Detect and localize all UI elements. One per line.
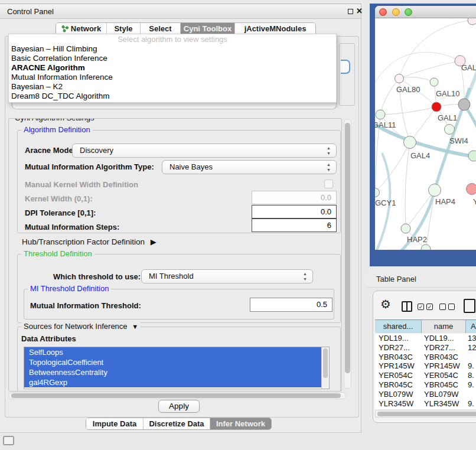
table-row[interactable]: YPR145WYPR145W9.	[375, 361, 476, 371]
float-panel-icon[interactable]	[348, 9, 353, 14]
list-scrollbar[interactable]	[321, 347, 329, 389]
node-hap4[interactable]	[429, 184, 441, 197]
table-row[interactable]: YBR045CYBR045C9.	[375, 380, 476, 390]
table-row[interactable]: YBL079WYBL079W	[375, 390, 476, 399]
scrollbar-thumb[interactable]	[345, 123, 350, 373]
mi-threshold-label: Mutual Information Threshold:	[30, 301, 141, 310]
window-minimize-icon[interactable]	[392, 8, 400, 16]
dpi-tolerance-field[interactable]: 0.0	[252, 205, 337, 219]
panel-dock-icon[interactable]	[3, 436, 14, 445]
data-attributes-list[interactable]: SelfLoops TopologicalCoefficient Between…	[24, 347, 330, 389]
cell: YBR045C	[375, 380, 422, 390]
which-threshold-combo[interactable]: MI Threshold ▲▼	[141, 269, 313, 283]
kernel-width-field[interactable]: 0.0	[252, 191, 337, 204]
table-row[interactable]: YIL053CYIL053C0.	[375, 408, 476, 409]
node-gal11[interactable]	[376, 110, 385, 119]
node-label: GAL4	[410, 151, 430, 160]
checked-box-icon[interactable]: ✓	[418, 304, 424, 310]
node-hap2[interactable]	[401, 224, 410, 233]
cell: YER054C	[422, 371, 466, 380]
window-zoom-icon[interactable]	[405, 8, 412, 16]
table-row[interactable]: YLR345WYLR345W9.	[375, 399, 476, 409]
tab-style[interactable]: Style	[107, 23, 141, 35]
unchecked-box-icon[interactable]	[439, 304, 446, 310]
network-edge[interactable]	[405, 142, 410, 229]
network-edge[interactable]	[410, 107, 436, 142]
mi-type-combo[interactable]: Naive Bayes ▲▼	[162, 160, 337, 174]
network-edge[interactable]	[399, 61, 460, 79]
network-edge[interactable]	[380, 79, 399, 115]
scrollbar-thumb[interactable]	[323, 348, 328, 378]
column-header-name[interactable]: name	[422, 320, 466, 333]
table-row[interactable]: YBR043CYBR043C	[375, 353, 476, 362]
node-gal80[interactable]	[395, 74, 404, 83]
settings-vertical-scrollbar[interactable]	[344, 119, 351, 389]
settings-horizontal-scrollbar[interactable]	[8, 392, 346, 399]
tab-infer-network-label: Infer Network	[216, 419, 265, 428]
node-gal1-red[interactable]	[432, 102, 441, 112]
tab-network-label: Network	[71, 24, 101, 33]
network-edge[interactable]	[375, 142, 410, 193]
network-edge[interactable]	[399, 77, 434, 82]
list-item-selected[interactable]: SelfLoops	[24, 347, 321, 357]
tab-cyni-toolbox[interactable]: Cyni Toolbox	[181, 23, 235, 35]
tab-network[interactable]: Network	[56, 23, 107, 35]
node-gal10[interactable]	[430, 78, 438, 86]
network-canvas[interactable]: GAL GAL80 GAL10 GAL1 GAL11 SWI4 GAL4 GCY…	[375, 18, 476, 250]
node[interactable]	[468, 18, 476, 25]
tab-select[interactable]: Select	[141, 23, 181, 35]
manual-kernel-checkbox[interactable]	[324, 180, 333, 188]
checked-box-icon[interactable]: ✓	[426, 304, 433, 310]
network-edge[interactable]	[457, 242, 476, 250]
list-item-selected[interactable]: TopologicalCoefficient	[24, 357, 321, 367]
dropdown-item[interactable]: Dream8 DC_TDC Algorithm	[9, 92, 336, 101]
unchecked-box-icon[interactable]	[448, 304, 455, 310]
node-gcy1[interactable]	[375, 188, 380, 197]
close-icon[interactable]: ✕	[356, 6, 363, 15]
network-edge[interactable]	[380, 107, 436, 115]
aracne-mode-combo[interactable]: Discovery ▲▼	[72, 144, 337, 158]
table-row[interactable]: YER054CYER054C8.	[375, 371, 476, 380]
dropdown-item[interactable]: Bayesian – Hill Climbing	[9, 44, 336, 54]
apply-button[interactable]: Apply	[158, 400, 200, 413]
hub-definition-toggle[interactable]: Hub/Transcription Factor Definition ▶	[22, 237, 157, 246]
scrollbar-thumb[interactable]	[11, 393, 341, 398]
cell: 13	[466, 334, 476, 343]
mi-steps-field[interactable]: 6	[252, 219, 337, 232]
tab-impute-data[interactable]: Impute Data	[86, 418, 144, 429]
cell: YBL079W	[375, 390, 422, 399]
network-window-titlebar[interactable]	[375, 6, 476, 18]
document-icon[interactable]	[464, 299, 475, 313]
tab-jactivemnodules-label: jActiveMNodules	[244, 24, 307, 33]
node[interactable]	[421, 244, 431, 250]
table-row[interactable]: YDL19...YDL19...13	[375, 334, 476, 343]
table-horizontal-scrollbar[interactable]	[375, 410, 476, 418]
window-close-icon[interactable]	[379, 8, 387, 16]
mi-threshold-field[interactable]: 0.5	[250, 298, 332, 312]
dropdown-item[interactable]: Basic Correlation Inference	[9, 54, 336, 63]
column-header-partial[interactable]: A	[466, 320, 476, 333]
sources-group-title[interactable]: Sources for Network Inference ▼	[21, 322, 141, 331]
network-edge[interactable]	[375, 52, 460, 89]
tab-infer-network[interactable]: Infer Network	[210, 418, 271, 429]
dropdown-item-highlighted[interactable]: ARACNE Algorithm	[9, 63, 336, 73]
dropdown-item[interactable]: Bayesian – K2	[9, 82, 336, 92]
node-swi4[interactable]	[445, 125, 455, 135]
table-body: YDL19...YDL19...13 YDR27...YDR27...12 YB…	[375, 334, 476, 409]
list-item-selected[interactable]: gal4RGexp	[24, 377, 321, 387]
list-item-selected[interactable]: BetweennessCentrality	[24, 367, 321, 377]
network-edge[interactable]	[426, 190, 435, 249]
node-salmon[interactable]	[467, 184, 476, 195]
tab-jactivemnodules[interactable]: jActiveMNodules	[235, 23, 315, 35]
column-header-shared-name[interactable]: shared...	[375, 320, 422, 333]
node-gal4[interactable]	[404, 136, 416, 149]
node-gray[interactable]	[458, 99, 470, 110]
table-row[interactable]: YDR27...YDR27...12	[375, 343, 476, 353]
tab-discretize-data[interactable]: Discretize Data	[144, 418, 210, 429]
dropdown-item[interactable]: Mutual Information Inference	[9, 73, 336, 82]
gear-icon[interactable]: ⚙	[380, 297, 391, 311]
node-label: GAL	[461, 63, 476, 72]
scrollbar-thumb[interactable]	[377, 412, 476, 416]
split-columns-icon[interactable]	[402, 301, 412, 312]
node[interactable]	[468, 151, 476, 161]
